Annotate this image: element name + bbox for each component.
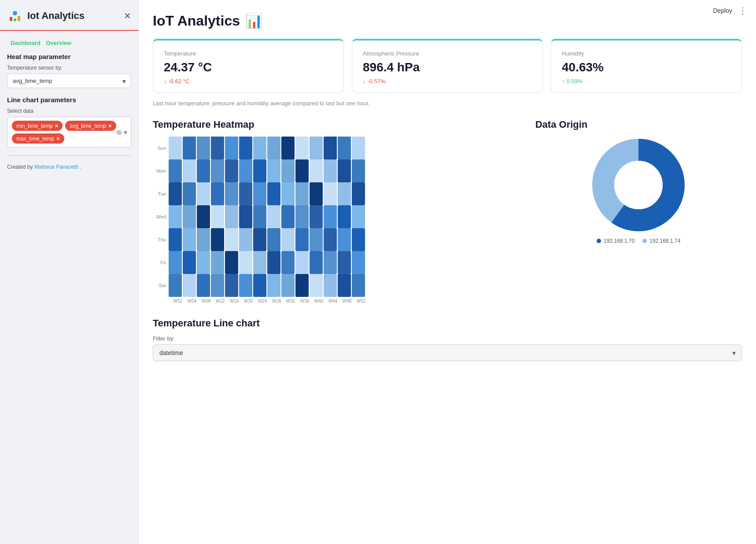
heatmap-grid: SunMonTueWedThuFriSat bbox=[153, 137, 525, 297]
delta-arrow: ↑ bbox=[562, 78, 565, 85]
legend-dot bbox=[642, 239, 647, 243]
heatmap-cell bbox=[239, 274, 252, 297]
heatmap-cell bbox=[183, 228, 196, 251]
heatmap-cells bbox=[169, 251, 365, 274]
tag-box-clear-icon[interactable]: ⊗ bbox=[116, 128, 122, 137]
heatmap-container: SunMonTueWedThuFriSat W52W04W08W12W16W20… bbox=[153, 137, 525, 303]
delta-arrow: ↓ bbox=[363, 78, 366, 85]
heatmap-cell bbox=[197, 159, 210, 182]
svg-point-7 bbox=[614, 161, 663, 209]
page-title-text: IoT Analytics bbox=[153, 13, 240, 29]
heatmap-cell bbox=[281, 274, 295, 297]
filter-select[interactable]: datetime week month bbox=[153, 344, 742, 361]
heatmap-row: Thu bbox=[153, 228, 525, 251]
subtitle-text: Last hour temperature, pressure and humi… bbox=[153, 100, 742, 107]
heatmap-cell bbox=[324, 274, 337, 297]
heatmap-week-label: W52 bbox=[171, 299, 184, 303]
created-by: Created by Matheus Pavanetti . bbox=[7, 164, 131, 170]
heatmap-cell bbox=[183, 182, 196, 205]
donut-legend: 192.168.1.70 192.168.1.74 bbox=[597, 238, 680, 244]
heatmap-cell bbox=[281, 251, 295, 274]
heatmap-cell bbox=[324, 251, 337, 274]
heatmap-cell bbox=[352, 159, 365, 182]
heatmap-cell bbox=[211, 274, 224, 297]
metric-card: Humidity 40.63% ↑ 0.59% bbox=[551, 39, 742, 93]
tag-box-expand-icon[interactable]: ▾ bbox=[124, 128, 127, 137]
delta-arrow: ↓ bbox=[164, 78, 167, 85]
heatmap-title: Temperature Heatmap bbox=[153, 119, 525, 130]
heatmap-cell bbox=[352, 182, 365, 205]
deploy-button[interactable]: Deploy bbox=[713, 7, 732, 14]
metric-card: Atmospheric Pressure 896.4 hPa ↓ -0.57% bbox=[352, 39, 543, 93]
heatmap-cell bbox=[310, 182, 323, 205]
more-button[interactable]: ⋮ bbox=[738, 5, 747, 16]
heatmap-cell bbox=[239, 251, 252, 274]
app-logo-icon bbox=[7, 8, 23, 24]
heatmap-cell bbox=[211, 251, 224, 274]
heatmap-week-label: W20 bbox=[242, 299, 255, 303]
metric-value: 24.37 °C bbox=[164, 60, 333, 74]
tag-max-remove[interactable]: × bbox=[56, 135, 60, 142]
heatmap-cell bbox=[295, 137, 309, 159]
donut-chart bbox=[590, 137, 687, 233]
heatmap-cell bbox=[324, 205, 337, 228]
heatmap-cell bbox=[310, 251, 323, 274]
sidebar-content: Dashboard Overview Heat map parameter Te… bbox=[0, 31, 138, 544]
heatmap-cell bbox=[338, 251, 351, 274]
heatmap-cell bbox=[267, 137, 280, 159]
select-data-label: Select data bbox=[7, 108, 131, 114]
close-button[interactable]: ✕ bbox=[124, 11, 131, 20]
heatmap-cell bbox=[183, 251, 196, 274]
heatmap-cell bbox=[295, 205, 309, 228]
donut-title: Data Origin bbox=[535, 119, 742, 130]
heatmap-cell bbox=[197, 182, 210, 205]
heatmap-cell bbox=[225, 274, 238, 297]
tag-max-bme-temp[interactable]: max_bme_temp × bbox=[12, 133, 64, 144]
heatmap-cell bbox=[295, 274, 309, 297]
heatmap-cell bbox=[253, 159, 266, 182]
page-title-icon: 📊 bbox=[245, 12, 263, 29]
heatmap-cell bbox=[239, 228, 252, 251]
heatmap-cell bbox=[338, 137, 351, 159]
heatmap-cell bbox=[225, 159, 238, 182]
tag-max-label: max_bme_temp bbox=[16, 136, 54, 142]
line-chart-section-title: Line chart parameters bbox=[7, 96, 131, 104]
temperature-sensor-select[interactable]: avg_bme_temp bbox=[7, 74, 131, 88]
author-link[interactable]: Matheus Pavanetti bbox=[34, 164, 78, 170]
tag-min-bme-temp[interactable]: min_bme_temp × bbox=[12, 121, 63, 131]
tag-avg-bme-temp[interactable]: avg_bme_temp × bbox=[65, 121, 116, 131]
delta-value: -0.62 °C bbox=[169, 78, 190, 85]
heatmap-cell bbox=[352, 205, 365, 228]
heatmap-week-label: W24 bbox=[256, 299, 269, 303]
heatmap-week-label: W40 bbox=[312, 299, 325, 303]
heatmap-cells bbox=[169, 205, 365, 228]
heatmap-cell bbox=[197, 251, 210, 274]
sidebar-title: Iot Analytics bbox=[27, 10, 85, 22]
heatmap-cell bbox=[169, 137, 182, 159]
metric-value: 40.63% bbox=[562, 60, 731, 74]
heatmap-cell bbox=[338, 228, 351, 251]
heatmap-cell bbox=[253, 205, 266, 228]
heatmap-cell bbox=[169, 251, 182, 274]
heatmap-cells bbox=[169, 228, 365, 251]
heatmap-cell bbox=[352, 251, 365, 274]
heatmap-cells bbox=[169, 274, 365, 297]
heatmap-cell bbox=[310, 205, 323, 228]
heatmap-section-title: Heat map parameter bbox=[7, 53, 131, 60]
delta-value: -0.57% bbox=[368, 78, 386, 85]
heatmap-cell bbox=[211, 182, 224, 205]
heatmap-row: Fri bbox=[153, 251, 525, 274]
heatmap-cell bbox=[295, 182, 309, 205]
heatmap-cell bbox=[183, 205, 196, 228]
heatmap-cell bbox=[352, 228, 365, 251]
tag-avg-remove[interactable]: × bbox=[108, 122, 112, 129]
sidebar: Iot Analytics ✕ Dashboard Overview Heat … bbox=[0, 0, 139, 544]
heatmap-week-label: W04 bbox=[185, 299, 199, 303]
heatmap-row: Sun bbox=[153, 137, 525, 159]
heatmap-cell bbox=[310, 159, 323, 182]
temperature-sensor-select-wrapper: avg_bme_temp bbox=[7, 74, 131, 88]
heatmap-cell bbox=[211, 205, 224, 228]
tag-avg-label: avg_bme_temp bbox=[70, 123, 106, 129]
tag-min-remove[interactable]: × bbox=[55, 122, 59, 129]
metric-delta: ↓ -0.62 °C bbox=[164, 78, 333, 85]
